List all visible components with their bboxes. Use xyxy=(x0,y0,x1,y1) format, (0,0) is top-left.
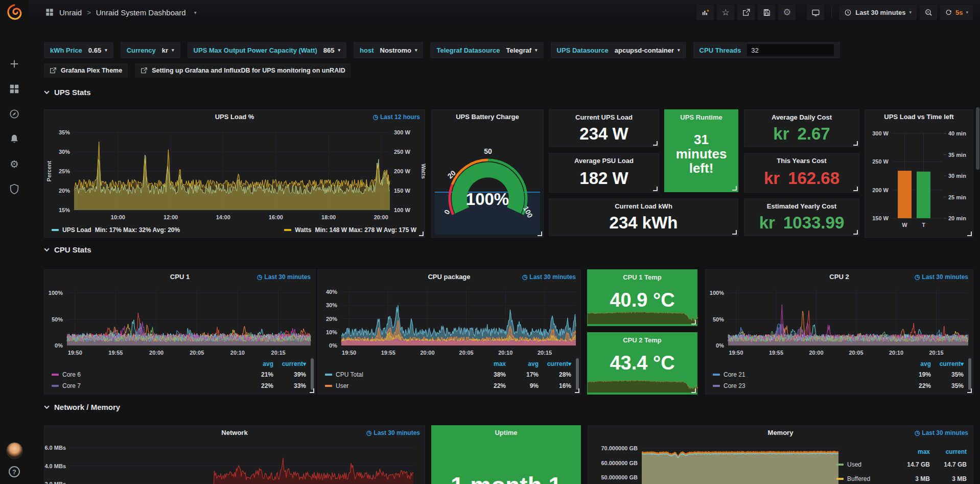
clock-icon: ◷ xyxy=(522,273,527,281)
topbar-actions: ☆ ⚙ Last 30 minutes ▾ 5s ▾ xyxy=(696,5,973,20)
legend-col-current[interactable]: current▾ xyxy=(931,360,964,367)
variable-value[interactable]: 0.65 xyxy=(88,47,101,54)
section-network-memory[interactable]: Network / Memory xyxy=(44,403,120,411)
refresh-control[interactable]: 5s ▾ xyxy=(940,5,973,20)
link-grafana-plex-theme[interactable]: Grafana Plex Theme xyxy=(44,63,128,78)
time-override-link[interactable]: ◷Last 30 minutes xyxy=(915,429,968,436)
panel-title[interactable]: Current UPS Load xyxy=(575,113,633,121)
save-button[interactable] xyxy=(758,5,775,20)
legend-col-current[interactable]: current xyxy=(930,448,967,455)
add-icon[interactable] xyxy=(9,58,20,70)
legend-scrollbar[interactable] xyxy=(311,358,314,390)
settings-gear-button[interactable]: ⚙ xyxy=(778,5,796,20)
legend-label[interactable]: UPS Load xyxy=(62,226,91,234)
cycle-view-tv-button[interactable] xyxy=(807,5,824,20)
section-ups-stats[interactable]: UPS Stats xyxy=(44,88,91,97)
panel-title[interactable]: Uptime xyxy=(432,429,580,436)
cpu1-temp-sparkline xyxy=(588,307,697,324)
variable-telegraf-datasource[interactable]: Telegraf Datasource Telegraf▾ xyxy=(430,42,543,58)
legend-row: Core 21 19%35% xyxy=(713,369,964,380)
ups-load-vs-time-bar-chart[interactable]: 150 W200 W250 W300 W20 min25 min30 min35… xyxy=(865,110,973,237)
variable-host[interactable]: host Nostromo▾ xyxy=(354,42,423,58)
panel-title[interactable]: UPS Battery Charge xyxy=(432,113,543,121)
legend-scrollbar[interactable] xyxy=(968,358,971,390)
legend-marker xyxy=(836,464,844,466)
dashboards-icon[interactable] xyxy=(9,83,20,95)
share-button[interactable] xyxy=(737,5,755,20)
variable-currency[interactable]: Currency kr▾ xyxy=(121,42,180,58)
legend-col-avg[interactable]: avg xyxy=(898,360,931,367)
chevron-down-icon xyxy=(44,90,50,94)
panel-title[interactable]: UPS Load % xyxy=(44,113,425,121)
legend-col-current[interactable]: current▾ xyxy=(539,360,571,367)
link-ups-monitoring-guide[interactable]: Setting up Grafana and InfluxDB for UPS … xyxy=(135,63,351,78)
zoom-out-button[interactable] xyxy=(920,5,937,20)
legend-col-max[interactable]: max xyxy=(473,360,506,367)
configuration-gear-icon[interactable]: ⚙ xyxy=(9,158,20,170)
panel-title[interactable]: CPU 2 Temp xyxy=(623,336,662,344)
chevron-down-icon: ▾ xyxy=(678,48,680,53)
variable-ups-max-output[interactable]: UPS Max Output Power Capacity (Watt) 865… xyxy=(188,42,346,58)
svg-text:14:00: 14:00 xyxy=(216,214,230,220)
user-avatar[interactable] xyxy=(6,442,23,459)
ups-load-chart[interactable]: 15%100 W20%150 W25%200 W30%250 W35%300 W… xyxy=(44,110,425,237)
time-range-picker[interactable]: Last 30 minutes ▾ xyxy=(839,5,917,20)
svg-text:20:10: 20:10 xyxy=(498,350,512,356)
svg-text:150 W: 150 W xyxy=(394,188,410,194)
add-panel-button[interactable] xyxy=(696,5,714,20)
dashboard-grid-icon xyxy=(45,8,54,17)
panel-title[interactable]: Estimated Yearly Cost xyxy=(767,202,836,210)
cpu-threads-input[interactable] xyxy=(747,44,834,56)
template-variables: kWh Price 0.65▾ Currency kr▾ UPS Max Out… xyxy=(44,42,840,58)
time-override-link[interactable]: ◷Last 30 minutes xyxy=(257,273,311,281)
panel-title[interactable]: UPS Runtime xyxy=(680,113,722,121)
sidebar-bottom: ? xyxy=(0,442,29,484)
legend-col-avg[interactable]: avg xyxy=(241,360,273,367)
svg-text:W: W xyxy=(902,222,907,228)
panel-title[interactable]: UPS Load vs Time left xyxy=(865,113,973,121)
legend-col-current[interactable]: current▾ xyxy=(273,360,306,367)
title-dropdown-caret-icon[interactable]: ▾ xyxy=(194,10,197,15)
legend-scrollbar[interactable] xyxy=(576,358,579,390)
panel-title[interactable]: Average Daily Cost xyxy=(772,113,832,121)
grafana-logo-icon[interactable] xyxy=(6,4,23,21)
panel-title[interactable]: CPU 1 Temp xyxy=(623,273,662,281)
help-icon[interactable]: ? xyxy=(9,466,20,477)
legend-row: CPU Total 38%17%28% xyxy=(325,369,571,380)
link-label: Grafana Plex Theme xyxy=(61,67,122,74)
section-cpu-stats[interactable]: CPU Stats xyxy=(44,245,91,254)
panel-title[interactable]: This Years Cost xyxy=(777,157,826,165)
time-override-link[interactable]: ◷Last 30 minutes xyxy=(522,273,576,281)
variable-value[interactable]: Telegraf xyxy=(506,47,531,54)
page-scrollbar[interactable] xyxy=(976,107,979,170)
legend-marker xyxy=(52,385,59,387)
svg-text:Watts: Watts xyxy=(421,164,426,179)
variable-value[interactable]: 865 xyxy=(323,47,335,54)
variable-kwh-price[interactable]: kWh Price 0.65▾ xyxy=(44,42,113,58)
time-override-link[interactable]: ◷Last 12 hours xyxy=(372,113,420,121)
star-button[interactable]: ☆ xyxy=(717,5,734,20)
alerting-bell-icon[interactable] xyxy=(9,133,20,145)
legend-col-max[interactable]: max xyxy=(893,448,930,455)
variable-value[interactable]: apcupsd-container xyxy=(615,47,674,54)
external-link-icon xyxy=(50,67,57,74)
breadcrumb-folder[interactable]: Unraid xyxy=(59,8,82,17)
variable-value[interactable]: Nostromo xyxy=(380,47,411,54)
legend-col-avg[interactable]: avg xyxy=(506,360,539,367)
panel-title[interactable]: Current Load kWh xyxy=(615,202,672,210)
panel-title[interactable]: Average PSU Load xyxy=(574,157,634,165)
explore-compass-icon[interactable] xyxy=(9,108,20,120)
variable-label: Telegraf Datasource xyxy=(436,47,500,54)
svg-text:20:10: 20:10 xyxy=(230,350,245,356)
server-admin-shield-icon[interactable] xyxy=(9,183,20,195)
svg-text:19:50: 19:50 xyxy=(729,350,743,356)
legend-label[interactable]: Watts xyxy=(295,226,311,234)
chevron-down-icon: ▾ xyxy=(535,48,538,53)
clock-icon: ◷ xyxy=(915,429,920,436)
variable-value[interactable]: kr xyxy=(162,47,168,54)
variable-ups-datasource[interactable]: UPS Datasource apcupsd-container▾ xyxy=(551,42,686,58)
battery-gauge[interactable]: 02050100 xyxy=(432,110,543,237)
page-title[interactable]: Unraid System Dashboard xyxy=(96,8,186,17)
time-override-link[interactable]: ◷Last 30 minutes xyxy=(366,429,420,436)
time-override-link[interactable]: ◷Last 30 minutes xyxy=(915,273,968,281)
